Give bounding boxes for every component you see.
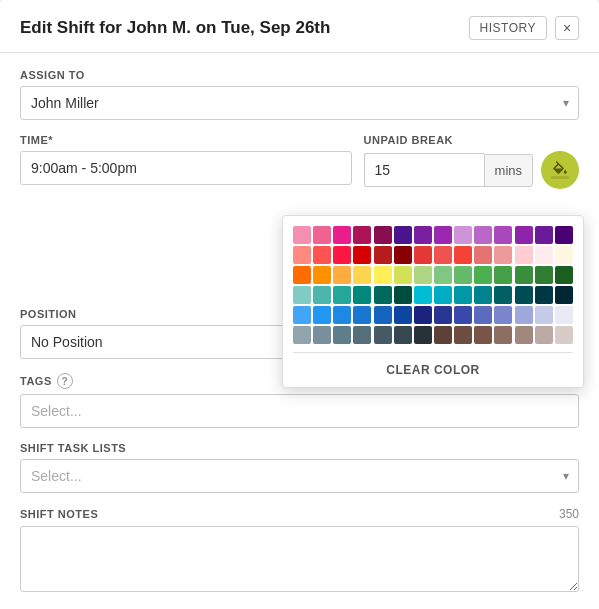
- color-swatch[interactable]: [394, 326, 412, 344]
- color-swatch[interactable]: [414, 326, 432, 344]
- close-button[interactable]: ×: [555, 16, 579, 40]
- color-swatch[interactable]: [333, 326, 351, 344]
- color-swatch[interactable]: [333, 286, 351, 304]
- color-swatch[interactable]: [515, 246, 533, 264]
- color-swatch[interactable]: [555, 266, 573, 284]
- color-swatch[interactable]: [474, 246, 492, 264]
- color-swatch[interactable]: [374, 306, 392, 324]
- assign-to-input[interactable]: [20, 86, 579, 120]
- assign-to-wrapper: ▾: [20, 86, 579, 120]
- color-swatch[interactable]: [474, 266, 492, 284]
- color-swatch[interactable]: [313, 266, 331, 284]
- color-swatch[interactable]: [394, 306, 412, 324]
- color-swatch[interactable]: [535, 306, 553, 324]
- color-swatch[interactable]: [535, 246, 553, 264]
- color-swatch[interactable]: [515, 286, 533, 304]
- color-swatch[interactable]: [394, 266, 412, 284]
- color-swatch[interactable]: [474, 326, 492, 344]
- modal-header: Edit Shift for John M. on Tue, Sep 26th …: [0, 0, 599, 53]
- color-swatch[interactable]: [535, 286, 553, 304]
- color-swatch[interactable]: [414, 266, 432, 284]
- color-swatch[interactable]: [333, 266, 351, 284]
- color-swatch[interactable]: [555, 306, 573, 324]
- color-swatch[interactable]: [434, 326, 452, 344]
- color-swatch[interactable]: [434, 286, 452, 304]
- color-swatch[interactable]: [293, 226, 311, 244]
- tags-input[interactable]: [20, 394, 579, 428]
- tags-help-icon[interactable]: ?: [57, 373, 73, 389]
- color-swatch[interactable]: [374, 266, 392, 284]
- color-swatch[interactable]: [394, 246, 412, 264]
- color-swatch[interactable]: [555, 226, 573, 244]
- color-swatch[interactable]: [313, 286, 331, 304]
- color-swatch[interactable]: [474, 226, 492, 244]
- clear-color-button[interactable]: CLEAR COLOR: [293, 352, 573, 387]
- color-swatch[interactable]: [374, 226, 392, 244]
- color-swatch[interactable]: [293, 286, 311, 304]
- color-swatch[interactable]: [394, 226, 412, 244]
- history-button[interactable]: HISTORY: [469, 16, 547, 40]
- shift-notes-textarea[interactable]: [20, 526, 579, 592]
- color-swatch[interactable]: [374, 326, 392, 344]
- color-swatch[interactable]: [434, 246, 452, 264]
- color-swatch[interactable]: [434, 306, 452, 324]
- color-swatch[interactable]: [293, 266, 311, 284]
- color-swatch[interactable]: [494, 246, 512, 264]
- color-swatch[interactable]: [454, 226, 472, 244]
- color-swatch[interactable]: [293, 306, 311, 324]
- shift-task-lists-input[interactable]: [20, 459, 579, 493]
- color-swatch[interactable]: [515, 306, 533, 324]
- color-swatch[interactable]: [494, 266, 512, 284]
- color-swatch[interactable]: [313, 226, 331, 244]
- color-swatch[interactable]: [414, 306, 432, 324]
- color-swatch[interactable]: [353, 266, 371, 284]
- color-swatch[interactable]: [333, 306, 351, 324]
- color-swatch[interactable]: [394, 286, 412, 304]
- color-swatch[interactable]: [535, 266, 553, 284]
- color-swatch[interactable]: [374, 286, 392, 304]
- color-swatch[interactable]: [353, 246, 371, 264]
- unpaid-break-input[interactable]: [364, 153, 484, 187]
- color-swatch[interactable]: [494, 226, 512, 244]
- color-swatch[interactable]: [293, 246, 311, 264]
- shift-notes-label: SHIFT NOTES: [20, 508, 98, 520]
- time-input[interactable]: [20, 151, 352, 185]
- color-swatch[interactable]: [374, 246, 392, 264]
- color-picker-button[interactable]: [541, 151, 579, 189]
- color-swatch[interactable]: [414, 246, 432, 264]
- color-swatch[interactable]: [353, 226, 371, 244]
- color-swatch[interactable]: [494, 306, 512, 324]
- color-swatch[interactable]: [515, 326, 533, 344]
- color-swatch[interactable]: [313, 306, 331, 324]
- color-swatch[interactable]: [353, 286, 371, 304]
- color-swatch[interactable]: [454, 306, 472, 324]
- color-swatch[interactable]: [434, 266, 452, 284]
- shift-task-lists-field: SHIFT TASK LISTS ▾: [20, 442, 579, 493]
- color-swatch[interactable]: [555, 286, 573, 304]
- color-swatch[interactable]: [454, 326, 472, 344]
- color-swatch[interactable]: [515, 266, 533, 284]
- color-swatch[interactable]: [494, 326, 512, 344]
- color-swatch[interactable]: [474, 306, 492, 324]
- color-swatch[interactable]: [494, 286, 512, 304]
- color-swatch[interactable]: [333, 226, 351, 244]
- color-swatch[interactable]: [555, 246, 573, 264]
- color-swatch[interactable]: [474, 286, 492, 304]
- color-swatch[interactable]: [454, 246, 472, 264]
- color-swatch[interactable]: [454, 266, 472, 284]
- color-swatch[interactable]: [535, 326, 553, 344]
- color-swatch[interactable]: [515, 226, 533, 244]
- color-swatch[interactable]: [333, 246, 351, 264]
- shift-task-lists-label: SHIFT TASK LISTS: [20, 442, 579, 454]
- color-swatch[interactable]: [353, 326, 371, 344]
- color-swatch[interactable]: [434, 226, 452, 244]
- color-swatch[interactable]: [353, 306, 371, 324]
- color-swatch[interactable]: [454, 286, 472, 304]
- color-swatch[interactable]: [535, 226, 553, 244]
- color-swatch[interactable]: [414, 286, 432, 304]
- color-swatch[interactable]: [313, 246, 331, 264]
- color-swatch[interactable]: [414, 226, 432, 244]
- color-swatch[interactable]: [555, 326, 573, 344]
- color-swatch[interactable]: [293, 326, 311, 344]
- color-swatch[interactable]: [313, 326, 331, 344]
